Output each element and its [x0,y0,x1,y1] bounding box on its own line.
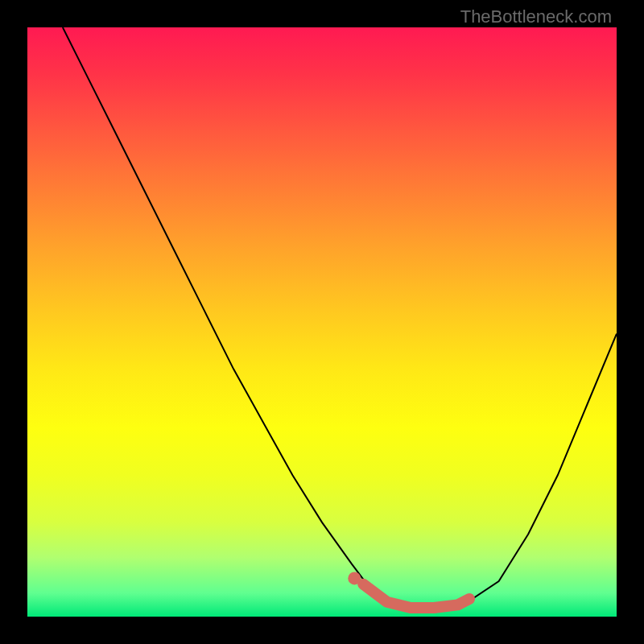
highlight-markers [348,572,469,608]
plot-area [27,27,617,617]
chart-svg [27,27,617,617]
highlight-segment [363,584,469,608]
bottleneck-curve [63,27,617,611]
watermark-text: TheBottleneck.com [460,6,612,27]
highlight-start-dot [348,572,361,584]
curve-group [63,27,617,611]
chart-container: TheBottleneck.com [0,0,644,644]
